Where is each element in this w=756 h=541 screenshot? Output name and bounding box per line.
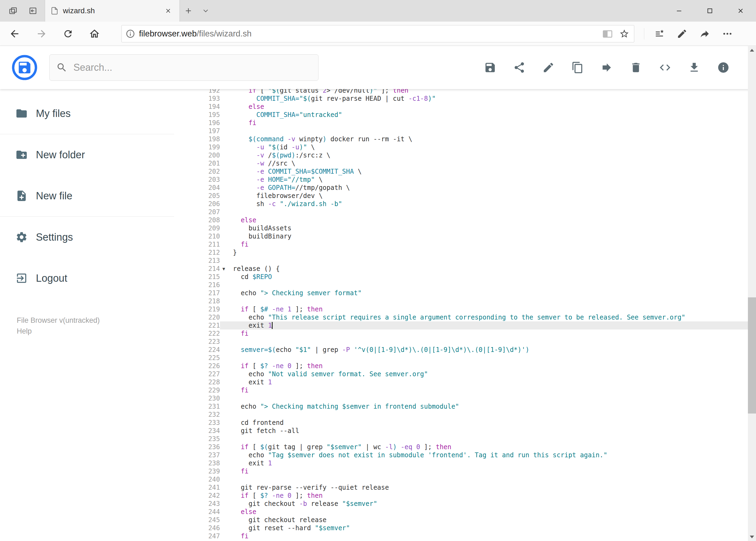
sidebar-item-settings[interactable]: Settings [0, 217, 174, 258]
download-button[interactable] [688, 61, 700, 74]
scroll-down-arrow[interactable] [748, 533, 756, 541]
code-text: if [ $# -ne 1 ]; then [227, 305, 756, 313]
maximize-icon [706, 7, 714, 15]
fold-marker [220, 273, 227, 281]
sidebar-footer: File Browser v(untracked) Help [0, 315, 174, 336]
fold-marker [220, 435, 227, 443]
fold-marker [220, 119, 227, 127]
move-button[interactable] [601, 61, 613, 74]
info-button[interactable] [717, 61, 730, 74]
back-icon [9, 28, 20, 39]
line-number: 238 [174, 459, 220, 467]
code-line: 192 if [ "$(git status 2> /dev/null)" ];… [174, 89, 756, 95]
code-text: fi [227, 119, 756, 127]
refresh-button[interactable] [60, 26, 76, 42]
fold-marker [220, 475, 227, 483]
fold-marker [220, 192, 227, 200]
sidebar-item-new-folder[interactable]: New folder [0, 134, 174, 175]
line-number: 230 [174, 394, 220, 402]
code-editor[interactable]: 192 if [ "$(git status 2> /dev/null)" ];… [174, 89, 756, 541]
fold-marker [220, 208, 227, 216]
copy-button[interactable] [571, 61, 584, 74]
sidebar-item-label: New folder [36, 149, 85, 161]
code-line: 231 echo "> Checking matching $semver in… [174, 402, 756, 410]
code-text: buildBinary [227, 232, 756, 241]
code-text [227, 257, 756, 265]
browser-tab[interactable]: wizard.sh [45, 0, 180, 22]
tab-close-button[interactable] [162, 5, 174, 17]
new-tab-button[interactable] [180, 0, 197, 22]
code-text: if [ "$(git status 2> /dev/null)" ]; the… [227, 89, 756, 95]
save-button[interactable] [484, 61, 496, 74]
line-number: 201 [174, 159, 220, 168]
fold-marker [220, 135, 227, 143]
set-tabs-aside-button[interactable] [25, 3, 41, 18]
url-text[interactable]: filebrowser.web/files/wizard.sh [139, 29, 602, 39]
fold-marker [220, 249, 227, 257]
help-link[interactable]: Help [17, 326, 32, 336]
line-number: 245 [174, 516, 220, 524]
code-line: 208 else [174, 216, 756, 224]
fold-marker [220, 257, 227, 265]
scroll-up-arrow[interactable] [748, 46, 756, 54]
close-window-button[interactable] [725, 0, 756, 22]
code-text: cd frontend [227, 419, 756, 427]
scrollbar-thumb[interactable] [748, 297, 756, 413]
settings-icon [15, 231, 28, 244]
fold-marker [220, 111, 227, 119]
reading-view-button[interactable] [602, 28, 614, 40]
search-input[interactable] [74, 62, 312, 73]
pen-icon [677, 28, 687, 39]
share-button[interactable] [697, 26, 712, 41]
code-line: 218 [174, 297, 756, 305]
tabs-overview-button[interactable] [5, 3, 21, 18]
text-cursor [272, 322, 273, 329]
code-text: else [227, 508, 756, 516]
back-button[interactable] [6, 26, 23, 42]
tab-preview-toggle[interactable] [197, 0, 214, 22]
forward-button[interactable] [34, 26, 50, 42]
code-text [227, 354, 756, 362]
share-button[interactable] [513, 61, 526, 74]
page-info-icon[interactable] [126, 29, 135, 39]
hub-button[interactable] [652, 26, 667, 41]
code-line: 235 [174, 435, 756, 443]
fold-marker [220, 532, 227, 540]
fold-marker [220, 200, 227, 208]
line-number: 223 [174, 337, 220, 346]
line-number: 227 [174, 370, 220, 378]
sidebar-item-new-file[interactable]: New file [0, 175, 174, 216]
line-number: 214 [174, 265, 220, 273]
code-text: exit 1 [227, 321, 756, 329]
code-text: exit 1 [227, 459, 756, 467]
maximize-button[interactable] [694, 0, 725, 22]
add-favorite-button[interactable] [619, 28, 630, 40]
line-number: 221 [174, 321, 220, 329]
code-text: git fetch --all [227, 427, 756, 435]
tabs-overview-icon [8, 6, 18, 16]
code-text: COMMIT_SHA="untracked" [227, 111, 756, 119]
editor-button[interactable] [659, 61, 671, 74]
line-number: 235 [174, 435, 220, 443]
line-number: 220 [174, 313, 220, 321]
rename-button[interactable] [542, 61, 555, 74]
fold-marker[interactable]: ▾ [220, 265, 227, 273]
address-bar[interactable]: filebrowser.web/files/wizard.sh [122, 25, 634, 42]
fold-marker [220, 281, 227, 289]
web-note-button[interactable] [674, 26, 690, 41]
code-line: 230 [174, 394, 756, 402]
code-text: -v /$(pwd):/src:z \ [227, 151, 756, 159]
minimize-button[interactable] [664, 0, 694, 22]
delete-button[interactable] [630, 61, 642, 74]
line-number: 231 [174, 402, 220, 410]
star-icon [619, 29, 630, 39]
logout-icon [15, 272, 28, 284]
sidebar-item-my-files[interactable]: My files [0, 93, 174, 134]
sidebar-item-logout[interactable]: Logout [0, 258, 174, 299]
app-logo[interactable] [12, 55, 37, 80]
page-scrollbar[interactable] [748, 46, 756, 541]
home-button[interactable] [86, 26, 103, 42]
fold-marker [220, 386, 227, 394]
more-menu-button[interactable] [720, 26, 735, 41]
search-box[interactable] [49, 54, 319, 81]
